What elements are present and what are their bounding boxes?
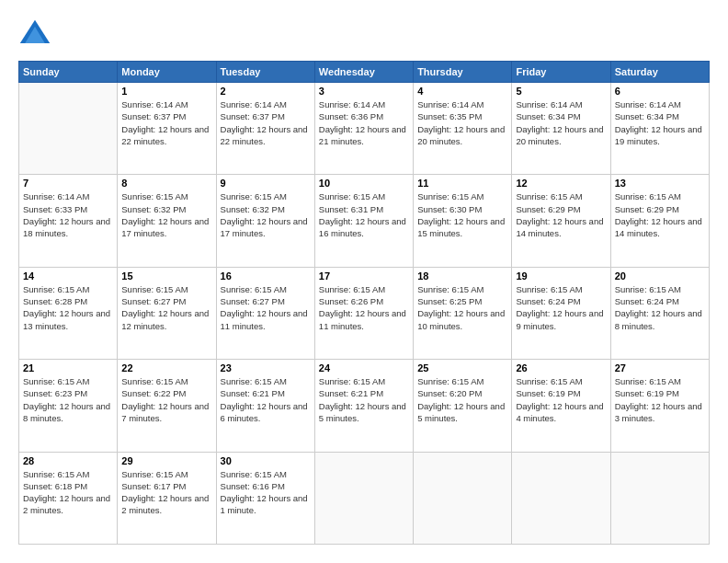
- daylight-text: Daylight: 12 hours and 18 minutes.: [23, 215, 113, 240]
- sunset-text: Sunset: 6:37 PM: [121, 110, 211, 122]
- day-info: Sunrise: 6:15 AMSunset: 6:16 PMDaylight:…: [221, 468, 311, 517]
- sunset-text: Sunset: 6:28 PM: [23, 295, 113, 307]
- calendar-week-row: 21Sunrise: 6:15 AMSunset: 6:23 PMDayligh…: [19, 360, 710, 452]
- table-row: 11Sunrise: 6:15 AMSunset: 6:30 PMDayligh…: [414, 175, 512, 267]
- sunset-text: Sunset: 6:16 PM: [221, 480, 311, 492]
- sunrise-text: Sunrise: 6:14 AM: [221, 98, 311, 110]
- day-number: 5: [516, 86, 606, 97]
- sunset-text: Sunset: 6:34 PM: [516, 110, 606, 122]
- col-sunday: Sunday: [19, 62, 118, 83]
- calendar-header-row: Sunday Monday Tuesday Wednesday Thursday…: [19, 62, 710, 83]
- day-info: Sunrise: 6:15 AMSunset: 6:22 PMDaylight:…: [121, 375, 211, 424]
- logo: [18, 18, 55, 52]
- day-info: Sunrise: 6:15 AMSunset: 6:24 PMDaylight:…: [516, 283, 606, 332]
- daylight-text: Daylight: 12 hours and 5 minutes.: [319, 400, 409, 425]
- day-number: 21: [23, 362, 113, 373]
- day-number: 24: [319, 362, 409, 373]
- day-number: 3: [319, 86, 409, 97]
- daylight-text: Daylight: 12 hours and 13 minutes.: [23, 307, 113, 332]
- day-info: Sunrise: 6:15 AMSunset: 6:19 PMDaylight:…: [516, 375, 606, 424]
- day-number: 8: [121, 178, 211, 189]
- table-row: 20Sunrise: 6:15 AMSunset: 6:24 PMDayligh…: [610, 267, 709, 359]
- table-row: 27Sunrise: 6:15 AMSunset: 6:19 PMDayligh…: [610, 360, 709, 452]
- col-tuesday: Tuesday: [216, 62, 314, 83]
- daylight-text: Daylight: 12 hours and 2 minutes.: [121, 492, 211, 517]
- col-saturday: Saturday: [610, 62, 709, 83]
- table-row: 22Sunrise: 6:15 AMSunset: 6:22 PMDayligh…: [118, 360, 216, 452]
- sunrise-text: Sunrise: 6:15 AM: [615, 375, 705, 387]
- daylight-text: Daylight: 12 hours and 1 minute.: [221, 492, 311, 517]
- day-info: Sunrise: 6:15 AMSunset: 6:19 PMDaylight:…: [615, 375, 705, 424]
- day-number: 25: [417, 362, 507, 373]
- day-number: 20: [615, 270, 705, 282]
- day-number: 15: [121, 270, 211, 282]
- daylight-text: Daylight: 12 hours and 15 minutes.: [417, 215, 507, 240]
- sunrise-text: Sunrise: 6:14 AM: [121, 98, 211, 110]
- sunset-text: Sunset: 6:29 PM: [516, 203, 606, 215]
- sunset-text: Sunset: 6:31 PM: [319, 203, 409, 215]
- day-number: 1: [121, 86, 211, 97]
- daylight-text: Daylight: 12 hours and 6 minutes.: [221, 400, 311, 425]
- table-row: 17Sunrise: 6:15 AMSunset: 6:26 PMDayligh…: [314, 267, 413, 359]
- sunrise-text: Sunrise: 6:15 AM: [121, 283, 211, 295]
- sunset-text: Sunset: 6:36 PM: [319, 110, 409, 122]
- daylight-text: Daylight: 12 hours and 16 minutes.: [319, 215, 409, 240]
- day-info: Sunrise: 6:14 AMSunset: 6:34 PMDaylight:…: [516, 98, 606, 147]
- daylight-text: Daylight: 12 hours and 17 minutes.: [221, 215, 311, 240]
- table-row: 28Sunrise: 6:15 AMSunset: 6:18 PMDayligh…: [19, 452, 118, 544]
- page: Sunday Monday Tuesday Wednesday Thursday…: [0, 0, 728, 563]
- day-info: Sunrise: 6:15 AMSunset: 6:27 PMDaylight:…: [121, 283, 211, 332]
- table-row: [19, 83, 118, 175]
- sunset-text: Sunset: 6:32 PM: [121, 203, 211, 215]
- table-row: 16Sunrise: 6:15 AMSunset: 6:27 PMDayligh…: [216, 267, 314, 359]
- sunset-text: Sunset: 6:26 PM: [319, 295, 409, 307]
- table-row: 1Sunrise: 6:14 AMSunset: 6:37 PMDaylight…: [118, 83, 216, 175]
- sunrise-text: Sunrise: 6:15 AM: [221, 468, 311, 480]
- sunset-text: Sunset: 6:19 PM: [516, 387, 606, 399]
- day-info: Sunrise: 6:15 AMSunset: 6:18 PMDaylight:…: [23, 468, 113, 517]
- daylight-text: Daylight: 12 hours and 8 minutes.: [615, 307, 705, 332]
- sunrise-text: Sunrise: 6:15 AM: [121, 190, 211, 202]
- sunrise-text: Sunrise: 6:15 AM: [23, 375, 113, 387]
- day-info: Sunrise: 6:15 AMSunset: 6:32 PMDaylight:…: [221, 190, 311, 239]
- sunrise-text: Sunrise: 6:15 AM: [516, 283, 606, 295]
- day-number: 27: [615, 362, 705, 373]
- sunrise-text: Sunrise: 6:15 AM: [319, 375, 409, 387]
- daylight-text: Daylight: 12 hours and 7 minutes.: [121, 400, 211, 425]
- table-row: 9Sunrise: 6:15 AMSunset: 6:32 PMDaylight…: [216, 175, 314, 267]
- day-info: Sunrise: 6:15 AMSunset: 6:20 PMDaylight:…: [417, 375, 507, 424]
- sunset-text: Sunset: 6:37 PM: [221, 110, 311, 122]
- day-number: 30: [221, 455, 311, 466]
- table-row: 30Sunrise: 6:15 AMSunset: 6:16 PMDayligh…: [216, 452, 314, 544]
- sunrise-text: Sunrise: 6:15 AM: [121, 375, 211, 387]
- col-wednesday: Wednesday: [314, 62, 413, 83]
- sunrise-text: Sunrise: 6:15 AM: [319, 190, 409, 202]
- sunset-text: Sunset: 6:20 PM: [417, 387, 507, 399]
- sunset-text: Sunset: 6:33 PM: [23, 203, 113, 215]
- table-row: 5Sunrise: 6:14 AMSunset: 6:34 PMDaylight…: [512, 83, 610, 175]
- sunrise-text: Sunrise: 6:14 AM: [319, 98, 409, 110]
- table-row: 23Sunrise: 6:15 AMSunset: 6:21 PMDayligh…: [216, 360, 314, 452]
- day-info: Sunrise: 6:15 AMSunset: 6:25 PMDaylight:…: [417, 283, 507, 332]
- day-number: 17: [319, 270, 409, 282]
- sunrise-text: Sunrise: 6:15 AM: [221, 190, 311, 202]
- daylight-text: Daylight: 12 hours and 20 minutes.: [417, 123, 507, 148]
- sunset-text: Sunset: 6:35 PM: [417, 110, 507, 122]
- day-number: 19: [516, 270, 606, 282]
- calendar-week-row: 7Sunrise: 6:14 AMSunset: 6:33 PMDaylight…: [19, 175, 710, 267]
- table-row: 18Sunrise: 6:15 AMSunset: 6:25 PMDayligh…: [414, 267, 512, 359]
- sunset-text: Sunset: 6:27 PM: [121, 295, 211, 307]
- sunrise-text: Sunrise: 6:15 AM: [417, 375, 507, 387]
- daylight-text: Daylight: 12 hours and 22 minutes.: [121, 123, 211, 148]
- table-row: 10Sunrise: 6:15 AMSunset: 6:31 PMDayligh…: [314, 175, 413, 267]
- calendar-week-row: 28Sunrise: 6:15 AMSunset: 6:18 PMDayligh…: [19, 452, 710, 544]
- day-number: 4: [417, 86, 507, 97]
- day-info: Sunrise: 6:15 AMSunset: 6:21 PMDaylight:…: [221, 375, 311, 424]
- header: [18, 18, 710, 52]
- table-row: 29Sunrise: 6:15 AMSunset: 6:17 PMDayligh…: [118, 452, 216, 544]
- sunrise-text: Sunrise: 6:15 AM: [417, 283, 507, 295]
- table-row: 2Sunrise: 6:14 AMSunset: 6:37 PMDaylight…: [216, 83, 314, 175]
- day-info: Sunrise: 6:14 AMSunset: 6:37 PMDaylight:…: [121, 98, 211, 147]
- sunrise-text: Sunrise: 6:14 AM: [417, 98, 507, 110]
- table-row: 7Sunrise: 6:14 AMSunset: 6:33 PMDaylight…: [19, 175, 118, 267]
